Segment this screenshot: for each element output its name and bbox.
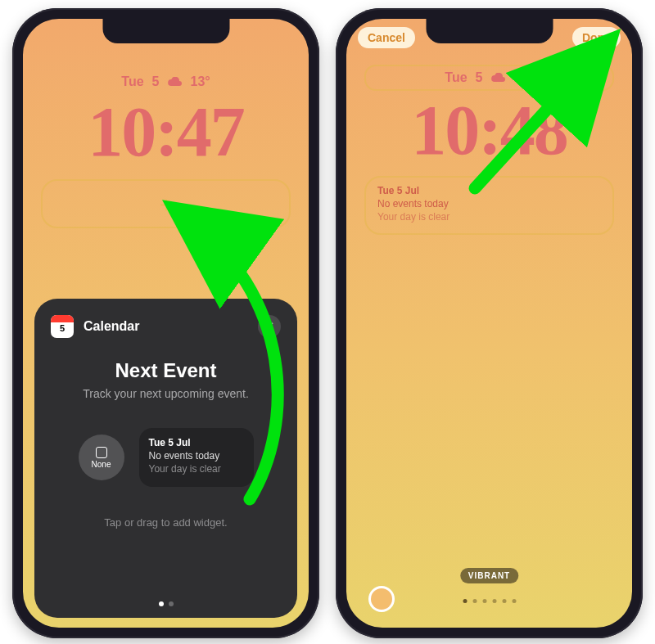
sheet-header: 5 Calendar ✕ [51, 315, 281, 338]
dot [169, 601, 174, 606]
widget-type-subtitle: Track your next upcoming event. [51, 387, 281, 400]
dot [159, 601, 164, 606]
dot [463, 599, 467, 603]
preview-line1: Tue 5 Jul [149, 436, 244, 449]
clock-time[interactable]: 10:47 [23, 91, 309, 173]
device-notch [102, 19, 229, 43]
style-mode-label: VIBRANT [460, 568, 518, 583]
cancel-button[interactable]: Cancel [358, 27, 415, 48]
dot [512, 599, 516, 603]
clock-time[interactable]: 10:48 [346, 89, 632, 171]
widget-slot-empty[interactable]: ＋ [41, 179, 291, 228]
date-temp: 13° [513, 70, 533, 85]
date-day: Tue [121, 74, 143, 89]
dot [482, 599, 486, 603]
widget-choices-row: None Tue 5 Jul No events today Your day … [51, 428, 281, 487]
phone-right: Cancel Done Tue 5 13° 10:48 Tue 5 Jul No… [336, 8, 643, 638]
preview-line2: No events today [149, 449, 244, 462]
widget-picker-sheet: 5 Calendar ✕ Next Event Track your next … [34, 299, 297, 618]
color-swatch-button[interactable] [371, 588, 392, 610]
lockscreen-editor: Tue 5 13° 10:47 ＋ 5 Calendar [23, 19, 309, 628]
calendar-app-icon: 5 [51, 315, 74, 338]
device-notch [426, 19, 553, 43]
dot [502, 599, 506, 603]
none-label: None [92, 460, 111, 469]
widget-type-title: Next Event [51, 359, 281, 382]
sheet-hint: Tap or drag to add widget. [51, 516, 281, 529]
close-button[interactable]: ✕ [258, 315, 281, 338]
date-day: Tue [445, 70, 467, 85]
done-button[interactable]: Done [572, 27, 621, 48]
lockscreen-editor: Cancel Done Tue 5 13° 10:48 Tue 5 Jul No… [346, 19, 632, 628]
widget-slot-populated[interactable]: Tue 5 Jul No events today Your day is cl… [364, 176, 614, 235]
preview-line3: Your day is clear [149, 462, 244, 475]
dot [472, 599, 477, 603]
cloud-icon [167, 77, 182, 87]
widget-choice-next-event[interactable]: Tue 5 Jul No events today Your day is cl… [139, 428, 254, 487]
dot [492, 599, 496, 603]
widget-line1: Tue 5 Jul [377, 184, 449, 197]
widget-line3: Your day is clear [377, 210, 449, 223]
plus-icon: ＋ [156, 193, 177, 214]
phone-left: Tue 5 13° 10:47 ＋ 5 Calendar [12, 8, 319, 638]
style-page-dots[interactable] [463, 599, 516, 603]
date-temp: 13° [190, 74, 210, 89]
date-weather-row[interactable]: Tue 5 13° [23, 74, 309, 89]
none-icon [96, 447, 107, 458]
date-weather-row[interactable]: Tue 5 13° [346, 70, 632, 85]
close-icon: ✕ [264, 319, 275, 334]
date-num: 5 [476, 70, 483, 85]
date-num: 5 [152, 74, 160, 89]
sheet-app-name: Calendar [84, 319, 139, 334]
cloud-icon [490, 73, 505, 83]
widget-choice-none[interactable]: None [79, 435, 124, 480]
widget-line2: No events today [377, 197, 449, 210]
sheet-page-dots[interactable] [34, 601, 297, 606]
